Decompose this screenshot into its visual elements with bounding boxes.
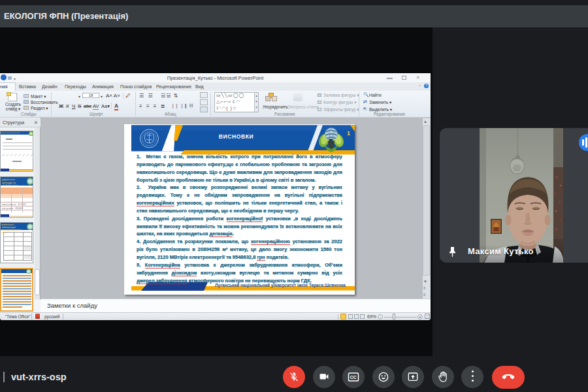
svg-text:CC: CC bbox=[350, 375, 357, 380]
